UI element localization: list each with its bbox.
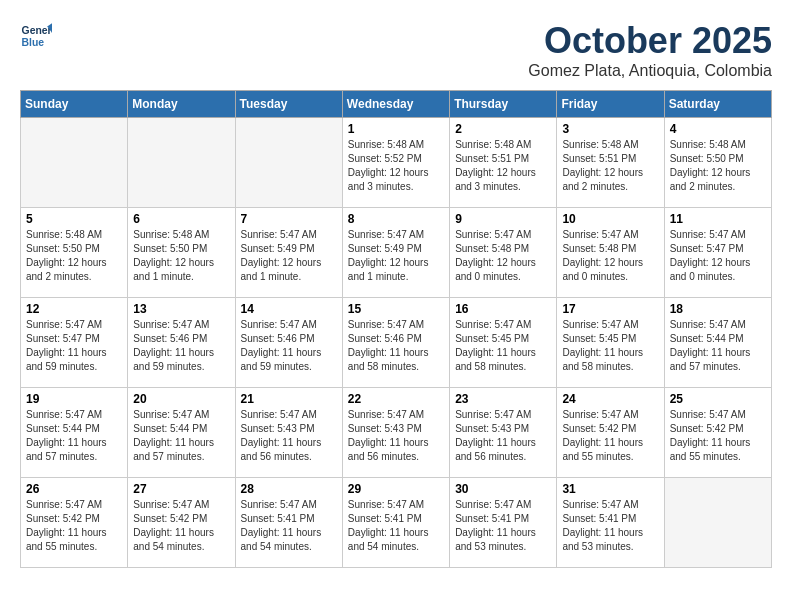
calendar-cell: 12Sunrise: 5:47 AM Sunset: 5:47 PM Dayli…	[21, 298, 128, 388]
day-number: 19	[26, 392, 122, 406]
calendar-cell: 25Sunrise: 5:47 AM Sunset: 5:42 PM Dayli…	[664, 388, 771, 478]
day-number: 12	[26, 302, 122, 316]
cell-info: Sunrise: 5:47 AM Sunset: 5:47 PM Dayligh…	[670, 228, 766, 284]
weekday-header-monday: Monday	[128, 91, 235, 118]
calendar-cell: 10Sunrise: 5:47 AM Sunset: 5:48 PM Dayli…	[557, 208, 664, 298]
cell-info: Sunrise: 5:48 AM Sunset: 5:50 PM Dayligh…	[26, 228, 122, 284]
weekday-header-wednesday: Wednesday	[342, 91, 449, 118]
cell-info: Sunrise: 5:47 AM Sunset: 5:47 PM Dayligh…	[26, 318, 122, 374]
calendar-cell: 21Sunrise: 5:47 AM Sunset: 5:43 PM Dayli…	[235, 388, 342, 478]
day-number: 14	[241, 302, 337, 316]
calendar-cell: 3Sunrise: 5:48 AM Sunset: 5:51 PM Daylig…	[557, 118, 664, 208]
day-number: 15	[348, 302, 444, 316]
cell-info: Sunrise: 5:47 AM Sunset: 5:43 PM Dayligh…	[348, 408, 444, 464]
calendar-cell	[21, 118, 128, 208]
calendar-cell: 4Sunrise: 5:48 AM Sunset: 5:50 PM Daylig…	[664, 118, 771, 208]
calendar-cell: 20Sunrise: 5:47 AM Sunset: 5:44 PM Dayli…	[128, 388, 235, 478]
cell-info: Sunrise: 5:47 AM Sunset: 5:45 PM Dayligh…	[562, 318, 658, 374]
calendar-cell: 27Sunrise: 5:47 AM Sunset: 5:42 PM Dayli…	[128, 478, 235, 568]
day-number: 27	[133, 482, 229, 496]
day-number: 6	[133, 212, 229, 226]
cell-info: Sunrise: 5:47 AM Sunset: 5:46 PM Dayligh…	[133, 318, 229, 374]
calendar-cell: 18Sunrise: 5:47 AM Sunset: 5:44 PM Dayli…	[664, 298, 771, 388]
day-number: 18	[670, 302, 766, 316]
day-number: 28	[241, 482, 337, 496]
day-number: 16	[455, 302, 551, 316]
calendar-cell: 7Sunrise: 5:47 AM Sunset: 5:49 PM Daylig…	[235, 208, 342, 298]
day-number: 25	[670, 392, 766, 406]
day-number: 4	[670, 122, 766, 136]
cell-info: Sunrise: 5:47 AM Sunset: 5:42 PM Dayligh…	[26, 498, 122, 554]
day-number: 31	[562, 482, 658, 496]
calendar-cell: 11Sunrise: 5:47 AM Sunset: 5:47 PM Dayli…	[664, 208, 771, 298]
calendar-cell: 9Sunrise: 5:47 AM Sunset: 5:48 PM Daylig…	[450, 208, 557, 298]
calendar-cell: 26Sunrise: 5:47 AM Sunset: 5:42 PM Dayli…	[21, 478, 128, 568]
calendar-cell	[664, 478, 771, 568]
calendar-cell: 31Sunrise: 5:47 AM Sunset: 5:41 PM Dayli…	[557, 478, 664, 568]
cell-info: Sunrise: 5:47 AM Sunset: 5:41 PM Dayligh…	[348, 498, 444, 554]
calendar-cell: 5Sunrise: 5:48 AM Sunset: 5:50 PM Daylig…	[21, 208, 128, 298]
day-number: 10	[562, 212, 658, 226]
calendar-cell: 13Sunrise: 5:47 AM Sunset: 5:46 PM Dayli…	[128, 298, 235, 388]
month-title: October 2025	[528, 20, 772, 62]
cell-info: Sunrise: 5:47 AM Sunset: 5:43 PM Dayligh…	[241, 408, 337, 464]
title-block: October 2025 Gomez Plata, Antioquia, Col…	[528, 20, 772, 80]
cell-info: Sunrise: 5:47 AM Sunset: 5:42 PM Dayligh…	[670, 408, 766, 464]
day-number: 22	[348, 392, 444, 406]
day-number: 9	[455, 212, 551, 226]
day-number: 21	[241, 392, 337, 406]
location: Gomez Plata, Antioquia, Colombia	[528, 62, 772, 80]
weekday-header-thursday: Thursday	[450, 91, 557, 118]
cell-info: Sunrise: 5:47 AM Sunset: 5:49 PM Dayligh…	[348, 228, 444, 284]
day-number: 23	[455, 392, 551, 406]
weekday-header-tuesday: Tuesday	[235, 91, 342, 118]
page-header: General Blue October 2025 Gomez Plata, A…	[20, 20, 772, 80]
day-number: 30	[455, 482, 551, 496]
cell-info: Sunrise: 5:47 AM Sunset: 5:44 PM Dayligh…	[26, 408, 122, 464]
calendar-cell: 2Sunrise: 5:48 AM Sunset: 5:51 PM Daylig…	[450, 118, 557, 208]
svg-text:Blue: Blue	[22, 37, 45, 48]
day-number: 17	[562, 302, 658, 316]
day-number: 20	[133, 392, 229, 406]
svg-text:General: General	[22, 25, 52, 36]
calendar-cell: 24Sunrise: 5:47 AM Sunset: 5:42 PM Dayli…	[557, 388, 664, 478]
cell-info: Sunrise: 5:47 AM Sunset: 5:46 PM Dayligh…	[241, 318, 337, 374]
cell-info: Sunrise: 5:48 AM Sunset: 5:51 PM Dayligh…	[562, 138, 658, 194]
calendar-cell: 15Sunrise: 5:47 AM Sunset: 5:46 PM Dayli…	[342, 298, 449, 388]
day-number: 11	[670, 212, 766, 226]
calendar-cell: 14Sunrise: 5:47 AM Sunset: 5:46 PM Dayli…	[235, 298, 342, 388]
weekday-header-saturday: Saturday	[664, 91, 771, 118]
day-number: 1	[348, 122, 444, 136]
cell-info: Sunrise: 5:48 AM Sunset: 5:50 PM Dayligh…	[133, 228, 229, 284]
logo-icon: General Blue	[20, 20, 52, 52]
day-number: 5	[26, 212, 122, 226]
cell-info: Sunrise: 5:47 AM Sunset: 5:43 PM Dayligh…	[455, 408, 551, 464]
calendar-cell: 23Sunrise: 5:47 AM Sunset: 5:43 PM Dayli…	[450, 388, 557, 478]
calendar-cell: 29Sunrise: 5:47 AM Sunset: 5:41 PM Dayli…	[342, 478, 449, 568]
logo: General Blue	[20, 20, 52, 52]
cell-info: Sunrise: 5:47 AM Sunset: 5:41 PM Dayligh…	[455, 498, 551, 554]
cell-info: Sunrise: 5:48 AM Sunset: 5:51 PM Dayligh…	[455, 138, 551, 194]
calendar-cell: 17Sunrise: 5:47 AM Sunset: 5:45 PM Dayli…	[557, 298, 664, 388]
weekday-header-friday: Friday	[557, 91, 664, 118]
calendar-cell: 8Sunrise: 5:47 AM Sunset: 5:49 PM Daylig…	[342, 208, 449, 298]
cell-info: Sunrise: 5:48 AM Sunset: 5:50 PM Dayligh…	[670, 138, 766, 194]
day-number: 7	[241, 212, 337, 226]
day-number: 8	[348, 212, 444, 226]
cell-info: Sunrise: 5:47 AM Sunset: 5:41 PM Dayligh…	[241, 498, 337, 554]
day-number: 29	[348, 482, 444, 496]
cell-info: Sunrise: 5:47 AM Sunset: 5:48 PM Dayligh…	[455, 228, 551, 284]
calendar-cell	[128, 118, 235, 208]
cell-info: Sunrise: 5:47 AM Sunset: 5:42 PM Dayligh…	[562, 408, 658, 464]
calendar-cell: 28Sunrise: 5:47 AM Sunset: 5:41 PM Dayli…	[235, 478, 342, 568]
cell-info: Sunrise: 5:47 AM Sunset: 5:41 PM Dayligh…	[562, 498, 658, 554]
day-number: 24	[562, 392, 658, 406]
day-number: 13	[133, 302, 229, 316]
cell-info: Sunrise: 5:47 AM Sunset: 5:42 PM Dayligh…	[133, 498, 229, 554]
day-number: 2	[455, 122, 551, 136]
cell-info: Sunrise: 5:47 AM Sunset: 5:44 PM Dayligh…	[133, 408, 229, 464]
calendar-cell: 19Sunrise: 5:47 AM Sunset: 5:44 PM Dayli…	[21, 388, 128, 478]
cell-info: Sunrise: 5:47 AM Sunset: 5:45 PM Dayligh…	[455, 318, 551, 374]
calendar-cell: 1Sunrise: 5:48 AM Sunset: 5:52 PM Daylig…	[342, 118, 449, 208]
calendar-cell: 16Sunrise: 5:47 AM Sunset: 5:45 PM Dayli…	[450, 298, 557, 388]
